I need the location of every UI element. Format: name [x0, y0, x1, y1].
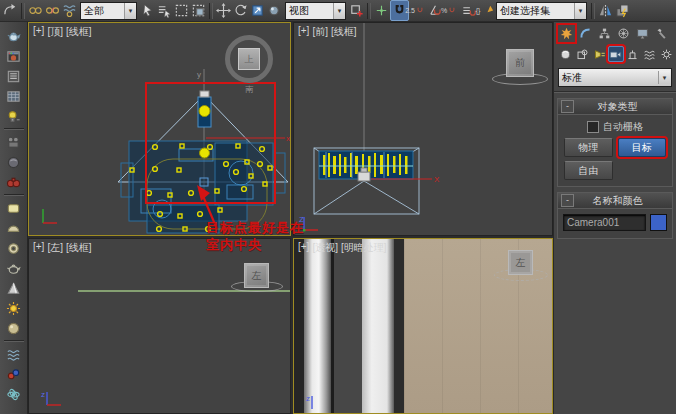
modify-tab-icon[interactable] — [577, 25, 594, 42]
spinner-snap-icon[interactable] — [460, 1, 477, 20]
viewport-menu-view[interactable]: [顶] — [47, 25, 63, 39]
create-tab-icon[interactable] — [558, 25, 575, 42]
select-and-scale-icon[interactable] — [249, 1, 266, 20]
lights-category-icon[interactable] — [591, 46, 607, 62]
collapse-icon[interactable]: - — [561, 194, 574, 207]
cone-icon[interactable] — [2, 278, 26, 298]
binoculars-icon[interactable] — [2, 172, 26, 192]
collapse-icon[interactable]: - — [561, 100, 574, 113]
object-color-swatch[interactable] — [650, 214, 667, 231]
viewcube-top-face[interactable]: 上 — [238, 48, 260, 70]
sun-icon[interactable] — [2, 298, 26, 318]
viewport-menu-view[interactable]: [左] — [47, 241, 63, 255]
viewport-menu-plus[interactable]: [+] — [33, 25, 44, 39]
viewcube-south-label: 南 — [225, 84, 273, 95]
reference-coordinate-icon[interactable] — [266, 1, 283, 20]
motion-tab-icon[interactable] — [615, 25, 632, 42]
target-camera-button[interactable]: 目标 — [618, 138, 667, 157]
rect-region-icon[interactable] — [173, 1, 190, 20]
viewport-menu-plus[interactable]: [+] — [298, 25, 309, 39]
bind-to-spacewarp-icon[interactable] — [61, 1, 78, 20]
viewcube-compass[interactable]: 上 — [225, 35, 273, 83]
redo-arrow-icon[interactable] — [2, 1, 19, 20]
shaded-sphere-icon[interactable] — [2, 152, 26, 172]
select-and-link-icon[interactable] — [27, 1, 44, 20]
list-panel-icon[interactable] — [2, 66, 26, 86]
molecule-icon[interactable] — [2, 364, 26, 384]
annotation-text-line1: 目标点最好是在 — [206, 219, 304, 237]
teapot-icon[interactable] — [2, 26, 26, 46]
viewcube-face-label: 左 — [252, 269, 262, 283]
viewport-menu-plus[interactable]: [+] — [298, 241, 309, 255]
ring-icon[interactable] — [2, 238, 26, 258]
viewcube-face-label: 前 — [515, 56, 525, 70]
object-name-input[interactable]: Camera001 — [563, 214, 646, 231]
viewcube[interactable]: 前 — [506, 49, 534, 77]
object-type-rollout: - 对象类型 自动栅格 物理 目标 自由 — [557, 98, 673, 187]
dome-icon[interactable] — [2, 218, 26, 238]
systems-category-icon[interactable] — [658, 46, 674, 62]
viewport-perspective[interactable]: [+] [透视] [明暗处理] z 左 — [293, 238, 553, 414]
helpers-category-icon[interactable] — [625, 46, 641, 62]
wire-teapot-icon[interactable] — [2, 258, 26, 278]
viewport-menu-shading[interactable]: [线框] — [66, 25, 92, 39]
axis-tripod — [43, 209, 57, 223]
viewcube[interactable]: 左 — [244, 263, 269, 288]
selection-filter-dropdown[interactable]: 全部 ▾ — [80, 2, 137, 20]
display-tab-icon[interactable] — [634, 25, 651, 42]
camera-type-dropdown[interactable]: 标准 ▾ — [558, 68, 672, 87]
named-selection-set-dropdown[interactable]: 创建选择集 ▾ — [496, 2, 587, 20]
use-pivot-center-icon[interactable] — [348, 1, 365, 20]
command-panel: 标准 ▾ - 对象类型 自动栅格 物理 目标 自由 — [553, 22, 676, 414]
cameras-category-icon[interactable] — [608, 46, 624, 62]
space-warps-category-icon[interactable] — [642, 46, 658, 62]
window-crossing-icon[interactable] — [190, 1, 207, 20]
keyboard-override-icon[interactable]: {} — [477, 1, 494, 20]
viewport-left[interactable]: [+] [左] [线框] z 左 — [28, 238, 291, 414]
selection-filter-value: 全部 — [84, 4, 104, 18]
chevron-down-icon: ▾ — [658, 71, 670, 84]
atom-icon[interactable] — [2, 384, 26, 404]
geometry-category-icon[interactable] — [558, 46, 574, 62]
utilities-tab-icon[interactable] — [653, 25, 670, 42]
viewport-front[interactable]: [+] [前] [线框] — [293, 22, 553, 236]
name-color-rollout-header[interactable]: - 名称和颜色 — [558, 193, 672, 209]
viewport-menu-view[interactable]: [前] — [312, 25, 328, 39]
viewport-top[interactable]: [+] [顶] [线框] y — [28, 22, 291, 236]
reference-coordinate-dropdown[interactable]: 视图 ▾ — [285, 2, 346, 20]
name-color-rollout: - 名称和颜色 Camera001 — [557, 192, 673, 239]
physical-camera-button[interactable]: 物理 — [564, 138, 613, 157]
select-and-rotate-icon[interactable] — [232, 1, 249, 20]
render-window-icon[interactable] — [2, 46, 26, 66]
free-camera-button[interactable]: 自由 — [564, 161, 613, 180]
viewcube[interactable]: 左 — [508, 250, 533, 275]
select-by-name-icon[interactable] — [156, 1, 173, 20]
viewport-menu-shading[interactable]: [线框] — [331, 25, 357, 39]
viewport-menu-plus[interactable]: [+] — [33, 241, 44, 255]
toolbar-separator — [4, 340, 24, 342]
snap-25-icon[interactable]: 2.5 — [409, 1, 426, 20]
autogrid-row: 自动栅格 — [562, 120, 668, 134]
unlink-selection-icon[interactable] — [44, 1, 61, 20]
object-type-rollout-header[interactable]: - 对象类型 — [558, 99, 672, 115]
light-bulb-icon[interactable] — [2, 106, 26, 126]
shapes-category-icon[interactable] — [575, 46, 591, 62]
align-icon[interactable] — [614, 1, 631, 20]
sphere-icon[interactable] — [2, 318, 26, 338]
select-and-manipulate-icon[interactable] — [373, 1, 390, 20]
select-object-icon[interactable] — [139, 1, 156, 20]
reference-coordinate-value: 视图 — [289, 4, 309, 18]
autogrid-checkbox[interactable] — [587, 121, 599, 133]
percent-snap-icon[interactable]: % — [443, 1, 460, 20]
name-color-title: 名称和颜色 — [577, 194, 672, 208]
select-and-move-icon[interactable] — [215, 1, 232, 20]
waves-icon[interactable] — [2, 344, 26, 364]
viewport-menu-shading[interactable]: [明暗处理] — [341, 241, 387, 255]
mirror-icon[interactable] — [597, 1, 614, 20]
hierarchy-tab-icon[interactable] — [596, 25, 613, 42]
rounded-box-icon[interactable] — [2, 198, 26, 218]
film-camera-icon[interactable] — [2, 132, 26, 152]
viewport-menu-view[interactable]: [透视] — [312, 241, 338, 255]
viewport-menu-shading[interactable]: [线框] — [66, 241, 92, 255]
spreadsheet-icon[interactable] — [2, 86, 26, 106]
